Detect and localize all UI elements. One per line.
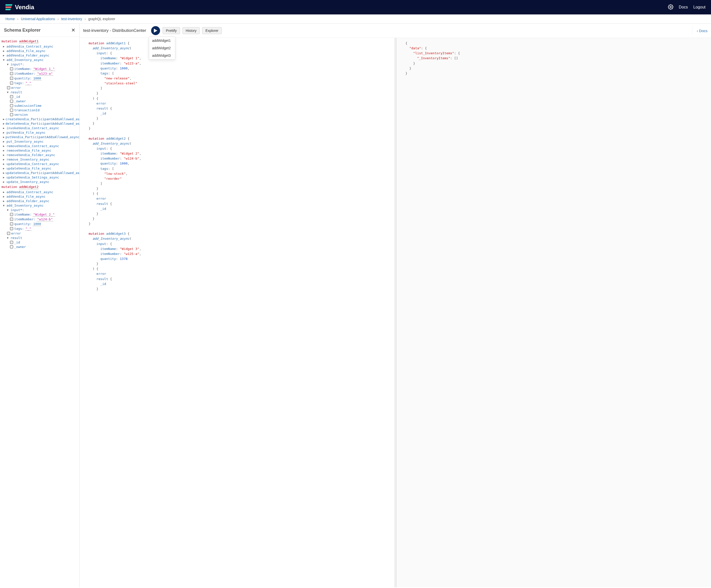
prettify-button[interactable]: Prettify — [163, 27, 180, 34]
run-dropdown: addWidget1 addWidget2 addWidget3 — [149, 37, 175, 60]
history-button[interactable]: History — [182, 27, 200, 34]
svg-rect-2 — [5, 9, 11, 10]
tree-node[interactable]: ▶putVendia_File_async — [1, 130, 79, 135]
run-option[interactable]: addWidget2 — [149, 44, 175, 52]
run-option[interactable]: addWidget1 — [149, 37, 175, 44]
svg-point-3 — [670, 6, 671, 8]
mutation-header: mutation addWidget1 — [1, 38, 79, 44]
tree-node[interactable]: ▶addVendia_File_async — [1, 194, 79, 199]
tree-node[interactable]: ▶addVendia_Folder_async — [1, 199, 79, 203]
schema-explorer-panel: Schema Explorer ✕ mutation addWidget1 ▶a… — [0, 24, 80, 587]
field-error[interactable]: error — [1, 85, 79, 90]
field-owner[interactable]: _owner — [1, 99, 79, 103]
field-transactionid[interactable]: transactionId — [1, 108, 79, 112]
tree-node[interactable]: ▶deleteVendia_ParticipantAddsAllowed_asy… — [1, 121, 79, 126]
tree-node[interactable]: ▶updateVendia_ParticipantAddsAllowed_asy… — [1, 171, 79, 175]
tree-node[interactable]: ▶update_Inventory_async — [1, 179, 79, 184]
field-submissiontime[interactable]: submissionTime — [1, 103, 79, 108]
field-itemnumber[interactable]: itemNumber:"w124-b" — [1, 217, 79, 222]
docs-toggle[interactable]: ‹ Docs — [692, 26, 708, 35]
tree-node[interactable]: ▶put_Inventory_async — [1, 139, 79, 144]
chevron-right-icon: › — [58, 17, 59, 21]
field-version[interactable]: version — [1, 112, 79, 117]
logout-link[interactable]: Logout — [693, 5, 706, 9]
tree-node[interactable]: ▶addVendia_Contract_async — [1, 190, 79, 194]
field-quantity[interactable]: quantity:1000 — [1, 76, 79, 81]
tree-node[interactable]: ▶createVendia_ParticipantAddsAllowed_asy… — [1, 117, 79, 121]
toolbar-title: test-inventory - DistributionCenter — [83, 28, 146, 33]
field-quantity[interactable]: quantity:1000 — [1, 222, 79, 226]
svg-marker-4 — [154, 29, 157, 32]
tree-node[interactable]: ▶removeVendia_File_async — [1, 148, 79, 153]
field-itemname[interactable]: itemName:"Widget 1_" — [1, 66, 79, 71]
schema-title: Schema Explorer — [4, 28, 41, 33]
breadcrumb: Home › Universal Applications › test-inv… — [0, 15, 711, 24]
run-option[interactable]: addWidget3 — [149, 52, 175, 59]
tree-node[interactable]: ▶updateVendia_Contract_async — [1, 161, 79, 166]
field-owner[interactable]: _owner — [1, 244, 79, 249]
field-itemnumber[interactable]: itemNumber:"w123-a" — [1, 71, 79, 76]
tree-node[interactable]: ▶updateVendia_File_async — [1, 166, 79, 171]
explorer-button[interactable]: Explorer — [202, 27, 221, 34]
tree-node[interactable]: ▶addVendia_Contract_async — [1, 44, 79, 48]
logo[interactable]: Vendia — [5, 4, 34, 11]
input-label[interactable]: ▼input*: — [1, 62, 79, 66]
field-tags[interactable]: tags:"_" — [1, 226, 79, 231]
schema-body[interactable]: mutation addWidget1 ▶addVendia_Contract_… — [0, 37, 80, 587]
chevron-right-icon: › — [85, 17, 86, 21]
field-error[interactable]: error — [1, 231, 79, 236]
crumb-current: graphQL explorer — [88, 17, 115, 21]
topbar-right: Docs Logout — [668, 4, 706, 10]
field-result[interactable]: ▼result — [1, 90, 79, 94]
toolbar: test-inventory - DistributionCenter Pret… — [80, 24, 711, 38]
field-id[interactable]: _id — [1, 94, 79, 99]
docs-link[interactable]: Docs — [679, 5, 688, 9]
tree-node-open[interactable]: ▼add_Inventory_async — [1, 58, 79, 62]
graphiql-panel: test-inventory - DistributionCenter Pret… — [80, 24, 711, 587]
chevron-right-icon: › — [17, 17, 18, 21]
tree-node[interactable]: ▶putVendia_ParticipantAddsAllowed_async — [1, 135, 79, 139]
mutation-header: mutation addWidget2 — [1, 184, 79, 190]
crumb-universal-apps[interactable]: Universal Applications — [21, 17, 55, 21]
field-tags[interactable]: tags:"_" — [1, 81, 79, 85]
chevron-left-icon: ‹ — [697, 29, 698, 33]
field-id[interactable]: _id — [1, 240, 79, 244]
schema-header: Schema Explorer ✕ — [0, 24, 80, 37]
tree-node-open[interactable]: ▼add_Inventory_async — [1, 203, 79, 208]
crumb-home[interactable]: Home — [5, 17, 15, 21]
result-pane[interactable]: { "data": { "list_InventoryItems": { "_I… — [396, 38, 711, 587]
svg-rect-0 — [5, 4, 13, 6]
input-label[interactable]: ▼input*: — [1, 208, 79, 212]
brand-name: Vendia — [15, 4, 34, 11]
tree-node[interactable]: ▶invokeVendia_Contract_async — [1, 126, 79, 130]
field-itemname[interactable]: itemName:"Widget 2_" — [1, 212, 79, 217]
editors: mutation addWidget1 { add_Inventory_asyn… — [80, 38, 711, 587]
close-icon[interactable]: ✕ — [71, 27, 76, 33]
query-editor[interactable]: mutation addWidget1 { add_Inventory_asyn… — [80, 38, 396, 587]
tree-node[interactable]: ▶updateVendia_Settings_async — [1, 175, 79, 179]
topbar: Vendia Docs Logout — [0, 0, 711, 15]
workspace: Schema Explorer ✕ mutation addWidget1 ▶a… — [0, 24, 711, 587]
logo-icon — [5, 4, 13, 10]
tree-node[interactable]: ▶removeVendia_Folder_async — [1, 153, 79, 157]
tree-node[interactable]: ▶removeVendia_Contract_async — [1, 144, 79, 148]
play-button[interactable] — [151, 26, 160, 35]
tree-node[interactable]: ▶remove_Inventory_async — [1, 157, 79, 161]
tree-node[interactable]: ▶addVendia_File_async — [1, 48, 79, 53]
tree-node[interactable]: ▶addVendia_Folder_async — [1, 53, 79, 58]
crumb-inventory[interactable]: test-inventory — [61, 17, 82, 21]
field-result[interactable]: ▼result — [1, 236, 79, 240]
svg-rect-1 — [5, 6, 12, 8]
gear-icon[interactable] — [668, 4, 673, 10]
